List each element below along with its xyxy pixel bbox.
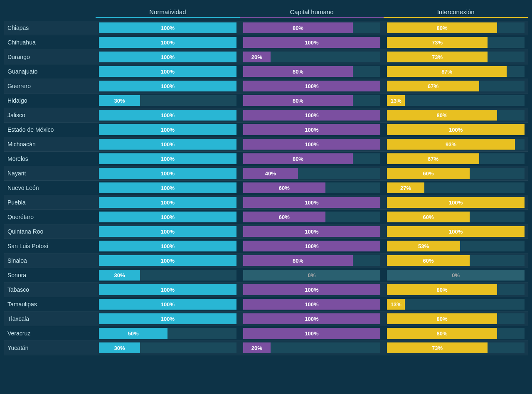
capital-humano-bar: 100% xyxy=(243,226,381,237)
table-row: Durango100%20%73% xyxy=(4,50,528,64)
capital-humano-cell: 100% xyxy=(240,79,384,93)
interconexion-track: 60% xyxy=(387,212,525,222)
interconexion-cell: 60% xyxy=(384,254,528,268)
normatividad-cell: 100% xyxy=(96,79,240,93)
normatividad-track: 100% xyxy=(99,81,236,91)
interconexion-track: 60% xyxy=(387,255,525,266)
normatividad-bar: 100% xyxy=(99,241,236,251)
capital-humano-cell: 100% xyxy=(240,224,384,239)
normatividad-cell: 100% xyxy=(96,35,240,49)
interconexion-bar: 87% xyxy=(387,66,507,77)
interconexion-cell: 100% xyxy=(384,123,528,137)
normatividad-bar: 100% xyxy=(99,52,236,62)
capital-humano-track: 100% xyxy=(243,284,381,295)
normatividad-bar: 100% xyxy=(99,37,236,48)
interconexion-track: 60% xyxy=(387,168,525,179)
state-label: Hidalgo xyxy=(4,96,96,106)
capital-humano-bar: 80% xyxy=(243,22,353,33)
rows-container: Chiapas100%80%80%Chihuahua100%100%73%Dur… xyxy=(4,21,528,355)
normatividad-bar: 100% xyxy=(99,226,236,237)
normatividad-track: 30% xyxy=(99,95,236,106)
state-label: Sinaloa xyxy=(4,256,96,266)
state-label: Nayarit xyxy=(4,168,96,178)
capital-humano-track: 0% xyxy=(243,270,381,281)
normatividad-cell: 30% xyxy=(96,268,240,282)
state-label: Tabasco xyxy=(4,285,96,295)
normatividad-track: 100% xyxy=(99,226,236,237)
interconexion-bar: 73% xyxy=(387,342,487,353)
interconexion-bar: 53% xyxy=(387,241,460,251)
interconexion-cell: 67% xyxy=(384,79,528,93)
interconexion-track: 80% xyxy=(387,284,525,295)
table-row: Sinaloa100%80%60% xyxy=(4,254,528,268)
capital-humano-track: 80% xyxy=(243,95,381,106)
table-row: Quintana Roo100%100%100% xyxy=(4,224,528,239)
normatividad-cell: 100% xyxy=(96,254,240,268)
interconexion-cell: 73% xyxy=(384,50,528,64)
capital-humano-track: 80% xyxy=(243,255,381,266)
state-label: Tamaulipas xyxy=(4,299,96,309)
interconexion-cell: 80% xyxy=(384,326,528,340)
interconexion-track: 13% xyxy=(387,299,525,310)
capital-humano-track: 60% xyxy=(243,182,381,193)
normatividad-track: 100% xyxy=(99,255,236,266)
interconexion-cell: 13% xyxy=(384,94,528,108)
state-label: Guerrero xyxy=(4,81,96,91)
capital-humano-track: 40% xyxy=(243,168,381,179)
state-label: Durango xyxy=(4,52,96,62)
normatividad-track: 100% xyxy=(99,153,236,164)
interconexion-bar: 67% xyxy=(387,81,479,91)
interconexion-cell: 87% xyxy=(384,64,528,79)
capital-humano-bar: 100% xyxy=(243,37,381,48)
capital-humano-bar: 40% xyxy=(243,168,298,179)
capital-humano-cell: 80% xyxy=(240,152,384,166)
capital-humano-track: 80% xyxy=(243,22,381,33)
interconexion-bar: 13% xyxy=(387,299,405,310)
normatividad-bar: 100% xyxy=(99,22,236,33)
capital-humano-track: 100% xyxy=(243,328,381,339)
header-interconexion: Interconexión xyxy=(384,8,528,18)
capital-humano-bar: 100% xyxy=(243,81,381,91)
normatividad-cell: 100% xyxy=(96,210,240,224)
normatividad-track: 100% xyxy=(99,197,236,208)
table-row: Chihuahua100%100%73% xyxy=(4,35,528,50)
normatividad-cell: 100% xyxy=(96,137,240,151)
capital-humano-track: 100% xyxy=(243,226,381,237)
interconexion-track: 87% xyxy=(387,66,525,77)
capital-humano-track: 100% xyxy=(243,299,381,310)
table-row: Nuevo León100%60%27% xyxy=(4,181,528,195)
state-label: Jalisco xyxy=(4,110,96,120)
table-row: Yucatán30%20%73% xyxy=(4,341,528,355)
capital-humano-bar: 20% xyxy=(243,342,271,353)
table-row: Sonora30%0%0% xyxy=(4,268,528,283)
capital-humano-cell: 100% xyxy=(240,312,384,326)
normatividad-cell: 100% xyxy=(96,123,240,137)
normatividad-bar: 100% xyxy=(99,197,236,208)
interconexion-cell: 60% xyxy=(384,210,528,224)
capital-humano-bar: 100% xyxy=(243,299,381,310)
normatividad-cell: 30% xyxy=(96,341,240,355)
interconexion-bar: 80% xyxy=(387,284,497,295)
capital-humano-bar: 100% xyxy=(243,241,381,251)
normatividad-bar: 100% xyxy=(99,212,236,222)
interconexion-bar: 100% xyxy=(387,226,525,237)
capital-humano-track: 20% xyxy=(243,342,381,353)
interconexion-cell: 0% xyxy=(384,268,528,282)
normatividad-bar: 30% xyxy=(99,95,140,106)
interconexion-track: 80% xyxy=(387,313,525,324)
capital-humano-bar: 100% xyxy=(243,197,381,208)
table-row: Tamaulipas100%100%13% xyxy=(4,297,528,312)
interconexion-bar: 60% xyxy=(387,212,469,222)
normatividad-bar: 50% xyxy=(99,328,167,339)
table-row: Querétaro100%60%60% xyxy=(4,210,528,224)
capital-humano-cell: 20% xyxy=(240,341,384,355)
normatividad-track: 100% xyxy=(99,299,236,310)
state-label: Quintana Roo xyxy=(4,227,96,236)
normatividad-track: 100% xyxy=(99,110,236,121)
interconexion-track: 100% xyxy=(387,226,525,237)
interconexion-track: 13% xyxy=(387,95,525,106)
normatividad-cell: 50% xyxy=(96,326,240,340)
interconexion-track: 0% xyxy=(387,270,525,281)
interconexion-bar: 80% xyxy=(387,328,497,339)
normatividad-track: 100% xyxy=(99,168,236,179)
